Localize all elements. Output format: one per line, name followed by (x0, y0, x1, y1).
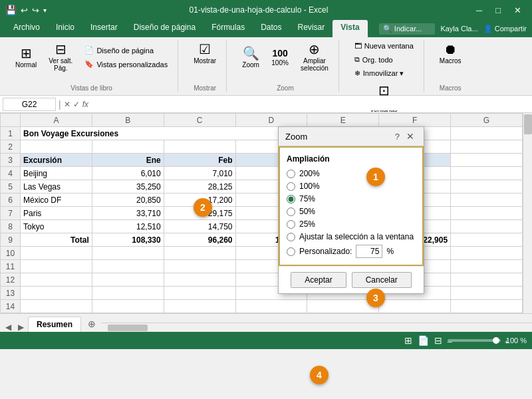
dialog-title-bar: Zoom ? ✕ (279, 127, 424, 146)
dialog-body: Ampliación 200% 100% 75% (279, 146, 424, 266)
zoom-200-radio[interactable] (287, 170, 295, 178)
zoom-75-option[interactable]: 75% (287, 194, 416, 203)
zoom-100-radio[interactable] (287, 182, 295, 191)
zoom-75-radio[interactable] (287, 195, 295, 203)
step-3-circle: 3 (366, 289, 385, 307)
zoom-50-option[interactable]: 50% (287, 207, 416, 216)
zoom-25-option[interactable]: 25% (287, 219, 416, 229)
dialog-ok-button[interactable]: Aceptar (291, 272, 346, 288)
zoom-200-option[interactable]: 200% (287, 169, 416, 178)
zoom-fit-radio[interactable] (287, 233, 295, 241)
dialog-overlay: Zoom ? ✕ Ampliación 200% 100% (0, 0, 532, 399)
dialog-help-button[interactable]: ? (392, 131, 402, 142)
zoom-25-radio[interactable] (287, 220, 295, 229)
dialog-cancel-button[interactable]: Cancelar (352, 272, 412, 288)
zoom-custom-input[interactable] (356, 245, 382, 258)
zoom-custom-option[interactable]: Personalizado: % (287, 245, 416, 258)
zoom-section-label: Ampliación (287, 154, 416, 164)
zoom-fit-option[interactable]: Ajustar la selección a la ventana (287, 232, 416, 241)
step-1-circle: 1 (366, 168, 385, 186)
step-2-circle: 2 (194, 198, 212, 217)
zoom-50-radio[interactable] (287, 207, 295, 216)
dialog-close-button[interactable]: ✕ (404, 131, 417, 142)
zoom-options: 200% 100% 75% 50% (287, 169, 416, 258)
dialog-footer: Aceptar Cancelar (279, 266, 424, 293)
step-4-circle: 4 (310, 366, 329, 384)
zoom-dialog: Zoom ? ✕ Ampliación 200% 100% (278, 126, 424, 294)
zoom-custom-radio[interactable] (287, 247, 295, 256)
dialog-title-text: Zoom (285, 132, 307, 142)
zoom-100-option[interactable]: 100% (287, 182, 416, 191)
